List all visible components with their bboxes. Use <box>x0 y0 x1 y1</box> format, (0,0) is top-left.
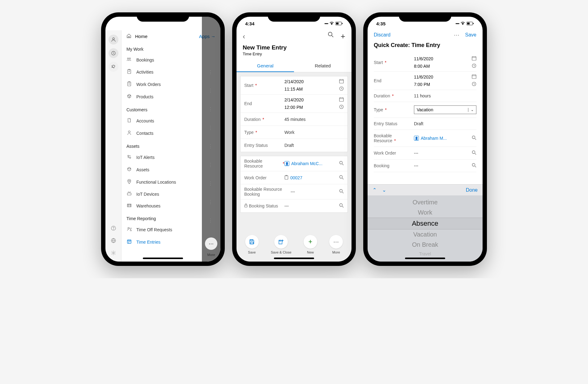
status-time: 4:34 <box>245 21 254 26</box>
discard-button[interactable]: Discard <box>374 32 390 38</box>
nav-label: IoT Alerts <box>136 155 155 160</box>
tab-general[interactable]: General <box>236 60 294 72</box>
field-duration[interactable]: Duration* 11 hours <box>374 90 476 102</box>
gear-icon[interactable] <box>109 248 118 258</box>
clock-icon[interactable] <box>339 105 344 110</box>
add-icon[interactable]: + <box>341 32 345 41</box>
svg-rect-40 <box>472 75 476 79</box>
field-value: --- <box>291 189 339 194</box>
general-card: Start* 2/14/2020 11:15 AM End 2/14/2020 … <box>240 76 348 152</box>
tab-related[interactable]: Related <box>294 60 352 72</box>
clipboard-icon <box>284 175 288 181</box>
field-end[interactable]: End 11/6/2020 7:00 PM <box>374 72 476 90</box>
nav-label: Functional Locations <box>136 180 176 185</box>
save-button[interactable]: Save <box>465 32 476 38</box>
field-label: Bookable Resource <box>374 133 392 143</box>
field-label: Bookable Resource Booking <box>244 187 291 197</box>
field-entry-status[interactable]: Entry Status Draft <box>241 139 347 152</box>
search-icon[interactable] <box>472 150 476 156</box>
field-value: --- <box>414 151 472 156</box>
background-scrim[interactable]: ⋮ ⋮ ⋮ ⋮ ⋮ ⋮ ⋮ ⋮ ⋮ ⋯ More <box>202 30 220 262</box>
clock-icon[interactable] <box>472 82 476 87</box>
recent-icon[interactable] <box>109 48 118 58</box>
back-button[interactable]: ‹ <box>243 32 245 41</box>
field-label: Entry Status <box>244 143 268 148</box>
home-indicator <box>405 258 445 259</box>
search-icon[interactable] <box>328 32 334 41</box>
field-work-order[interactable]: Work Order --- <box>374 147 476 160</box>
picker-option[interactable]: Vacation <box>368 229 483 240</box>
home-indicator <box>274 258 314 259</box>
next-field-icon[interactable]: ⌄ <box>382 187 386 193</box>
search-icon[interactable] <box>339 161 344 166</box>
nav-home[interactable]: Home <box>126 33 147 39</box>
search-icon[interactable] <box>339 175 344 181</box>
field-label: End <box>374 78 381 83</box>
help-icon[interactable] <box>109 223 118 233</box>
svg-rect-24 <box>339 98 343 101</box>
field-type[interactable]: Type* Work <box>241 126 347 139</box>
clock-icon[interactable] <box>472 63 476 69</box>
prev-field-icon[interactable]: ⌃ <box>373 187 377 193</box>
save-close-button[interactable]: Save & Close <box>271 235 292 254</box>
field-date: 2/14/2020 <box>284 97 304 102</box>
search-icon[interactable] <box>472 135 476 141</box>
calendar-icon[interactable] <box>339 97 344 103</box>
pin-icon[interactable] <box>109 62 118 72</box>
globe-icon[interactable] <box>109 236 118 245</box>
phone-3-quick-create: 4:35 •••• Discard ⋯ Save Quick Create: T… <box>363 12 487 266</box>
more-icon[interactable]: ⋯ <box>454 32 460 38</box>
field-start[interactable]: Start* 2/14/2020 11:15 AM <box>241 76 347 95</box>
field-duration[interactable]: Duration* 45 minutes <box>241 113 347 126</box>
calendar-icon[interactable] <box>339 79 344 84</box>
field-bookable-resource[interactable]: Bookable Resource* 👤Abraham McC... <box>241 156 347 171</box>
picker-option-selected[interactable]: Absence <box>368 218 483 229</box>
type-select[interactable]: Vacation ⌄ <box>414 105 476 114</box>
save-button[interactable]: Save <box>245 235 259 254</box>
search-icon[interactable] <box>339 203 344 209</box>
bg-more-button[interactable]: ⋯ <box>205 237 217 250</box>
nav-rail <box>105 30 121 262</box>
picker-option[interactable]: Work <box>368 207 483 218</box>
clock-icon[interactable] <box>339 86 344 92</box>
search-icon[interactable] <box>339 189 344 194</box>
search-icon[interactable] <box>472 163 476 169</box>
field-time: 7:00 PM <box>414 82 430 87</box>
more-button[interactable]: ⋯More <box>329 235 343 254</box>
field-value: --- <box>284 203 339 208</box>
field-bookable-resource[interactable]: Bookable Resource* 👤Abraham M... <box>374 130 476 147</box>
field-value: Work <box>284 130 344 135</box>
field-booking[interactable]: Booking --- <box>374 160 476 172</box>
field-start[interactable]: Start* 11/6/2020 8:00 AM <box>374 53 476 72</box>
svg-rect-14 <box>127 193 131 195</box>
svg-rect-38 <box>472 57 476 60</box>
new-button[interactable]: +New <box>304 235 317 254</box>
svg-point-26 <box>340 161 343 164</box>
field-end[interactable]: End 2/14/2020 12:00 PM <box>241 95 347 113</box>
save-icon <box>245 235 259 249</box>
svg-point-11 <box>128 155 129 156</box>
contacts-icon <box>126 130 132 136</box>
status-icons: •••• <box>325 22 343 25</box>
picker-option[interactable]: On Break <box>368 240 483 250</box>
phone-1-nav-drawer: Home Apps → My Work Bookings Activities … <box>101 12 225 266</box>
field-type[interactable]: Type* Vacation ⌄ <box>374 102 476 118</box>
accounts-icon <box>126 118 132 124</box>
picker-option[interactable]: Travel <box>368 250 483 258</box>
calendar-icon[interactable] <box>472 74 476 80</box>
field-date: 11/6/2020 <box>414 56 433 61</box>
field-booking-status[interactable]: Booking Status --- <box>241 199 347 212</box>
svg-rect-34 <box>279 240 281 241</box>
calendar-icon[interactable] <box>472 56 476 62</box>
done-button[interactable]: Done <box>466 187 478 193</box>
profile-icon[interactable] <box>109 35 118 45</box>
svg-point-0 <box>113 38 114 40</box>
field-entry-status[interactable]: Entry Status Draft <box>374 118 476 130</box>
field-label: Work Order <box>374 151 396 156</box>
picker-option[interactable]: Overtime <box>368 197 483 207</box>
svg-point-28 <box>340 175 343 178</box>
picker-wheel[interactable]: Overtime Work Absence Vacation On Break … <box>368 195 483 262</box>
field-bookable-resource-booking[interactable]: Bookable Resource Booking --- <box>241 184 347 199</box>
field-work-order[interactable]: Work Order 00027 <box>241 171 347 184</box>
saveclose-icon <box>274 235 288 249</box>
